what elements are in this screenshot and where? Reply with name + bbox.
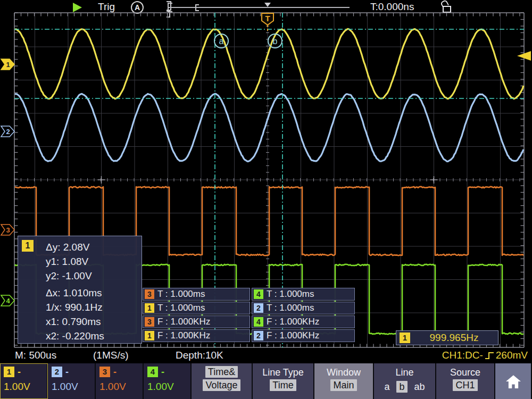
cursor-row: Δy: 2.08V (46, 240, 104, 254)
measurement-cell: 4T : 1.000ms (252, 288, 355, 301)
measurement-cell: 3F : 1.000KHz (143, 315, 250, 328)
waveform-ch2 (15, 94, 523, 161)
cursor-readouts: Δy: 2.08Vy1: 1.08Vy2: -1.00VΔx: 1.010ms1… (46, 240, 104, 343)
measurement-channel-badge: 2 (254, 303, 263, 313)
cursor-row: y1: 1.08V (46, 254, 104, 269)
frequency-counter-panel: 1 999.965Hz (396, 330, 498, 345)
cursor-channel-badge: 1 (22, 240, 34, 252)
line-label: Line (374, 366, 435, 379)
home-button[interactable] (495, 363, 531, 399)
source-menu[interactable]: Source CH1 (436, 363, 495, 399)
trigger-settings-readout: CH1:DC- 260mV (415, 348, 528, 362)
window-menu[interactable]: Window Main (314, 363, 374, 399)
measurement-channel-badge: 3 (145, 317, 154, 327)
measurement-cell: 4F : 1.000KHz (252, 315, 355, 328)
measurement-cell: 1F : 1.000KHz (143, 329, 250, 342)
channel-coupling: - (113, 367, 117, 378)
cursor-row: y2: -1.00V (46, 269, 104, 283)
measurement-value: T : 1.000ms (157, 303, 205, 313)
channel-badge: 4 (147, 367, 158, 377)
channel-marker-label-3: 3 (6, 226, 10, 234)
channel-scale: 1.00V (99, 381, 143, 393)
channel-marker-label-2: 2 (6, 128, 10, 136)
channel-menu-ch4[interactable]: 4-1.00V (144, 363, 192, 399)
trigger-level-value: 260mV (496, 348, 528, 362)
measurement-channel-badge: 2 (254, 331, 263, 340)
measurement-cell: 2F : 1.000KHz (252, 329, 355, 342)
measurement-value: T : 1.000ms (157, 289, 205, 300)
line-type-menu[interactable]: Line Type Time (253, 363, 314, 399)
measurement-cell: 1T : 1.000ms (143, 302, 250, 314)
cursor-a-label: a (219, 37, 224, 46)
measurement-channel-badge: 3 (145, 289, 154, 299)
time-voltage-button[interactable]: Time& Voltage (192, 363, 253, 399)
line-type-value[interactable]: Time (270, 379, 296, 391)
cursor-measure-panel: 1 Δy: 2.08Vy1: 1.08Vy2: -1.00VΔx: 1.010m… (18, 236, 142, 344)
channel-scale: 1.00V (4, 381, 47, 393)
oscilloscope-screen: Trig A T:0.000ns abT1234 1 Δy: 2.08Vy1: … (0, 0, 532, 399)
channel-menu-ch1[interactable]: 1-1.00V (0, 363, 48, 399)
cursor-row: x1: 0.790ms (46, 314, 104, 329)
cursor-b-label: b (273, 37, 278, 46)
line-option-b[interactable]: b (396, 381, 407, 393)
memory-depth-readout: Depth:10K (176, 348, 223, 362)
measurement-channel-badge: 4 (254, 289, 263, 299)
measurement-value: F : 1.000KHz (157, 330, 210, 341)
home-icon (505, 374, 522, 389)
channel-scale: 1.00V (147, 381, 190, 393)
channel-scale: 1.00V (52, 381, 95, 393)
channel-marker-label-4: 4 (6, 297, 10, 305)
measurement-channel-badge: 4 (254, 317, 263, 327)
measurement-cell: 3T : 1.000ms (143, 288, 250, 301)
measurement-value: T : 1.000ms (267, 289, 314, 300)
rising-edge-icon (485, 351, 494, 360)
frequency-value: 999.965Hz (410, 332, 498, 344)
measurement-channel-badge: 1 (145, 303, 154, 313)
source-label: Source (436, 366, 494, 379)
line-menu[interactable]: Line a b ab (374, 363, 436, 399)
measurement-value: F : 1.000KHz (267, 317, 319, 327)
window-value[interactable]: Main (330, 379, 356, 391)
timebase-readout: M: 500us (15, 348, 56, 362)
line-option-ab[interactable]: ab (414, 381, 425, 393)
cursor-row: Δx: 1.010ms (46, 286, 104, 300)
measurement-cell: 2T : 1.000ms (252, 302, 355, 314)
cursor-row: 1/x: 990.1Hz (46, 300, 104, 314)
line-type-label: Line Type (253, 366, 313, 379)
channel-menu-ch2[interactable]: 2-1.00V (48, 363, 96, 399)
sample-rate-readout: (1MS/s) (93, 348, 129, 362)
channel-menu-ch3[interactable]: 3-1.00V (96, 363, 144, 399)
window-label: Window (314, 366, 373, 379)
channel-coupling: - (18, 367, 21, 378)
measurement-value: F : 1.000KHz (267, 330, 319, 341)
channel-badge: 1 (4, 367, 14, 377)
trigger-flag-label: T (265, 14, 270, 23)
line-option-a[interactable]: a (384, 381, 389, 393)
cursor-row: x2: -0.220ms (46, 329, 104, 343)
channel-coupling: - (161, 367, 164, 378)
measurement-value: F : 1.000KHz (157, 317, 210, 327)
measurement-channel-badge: 1 (145, 331, 154, 340)
time-voltage-line2[interactable]: Voltage (203, 379, 240, 391)
measurement-value: T : 1.000ms (267, 303, 314, 313)
channel-badge: 2 (52, 367, 62, 377)
time-voltage-line1[interactable]: Time& (205, 366, 238, 378)
trigger-source-coupling: CH1:DC- (442, 348, 483, 362)
measurement-table: 3T : 1.000ms4T : 1.000ms1T : 1.000ms2T :… (143, 288, 355, 342)
channel-marker-label-1: 1 (6, 61, 10, 69)
channel-coupling: - (65, 367, 69, 378)
bottom-menu-bar: 1-1.00V2-1.00V3-1.00V4-1.00V Time& Volta… (0, 363, 532, 399)
channel-badge: 3 (99, 367, 110, 377)
source-value[interactable]: CH1 (453, 379, 477, 391)
freq-channel-badge: 1 (400, 332, 410, 343)
